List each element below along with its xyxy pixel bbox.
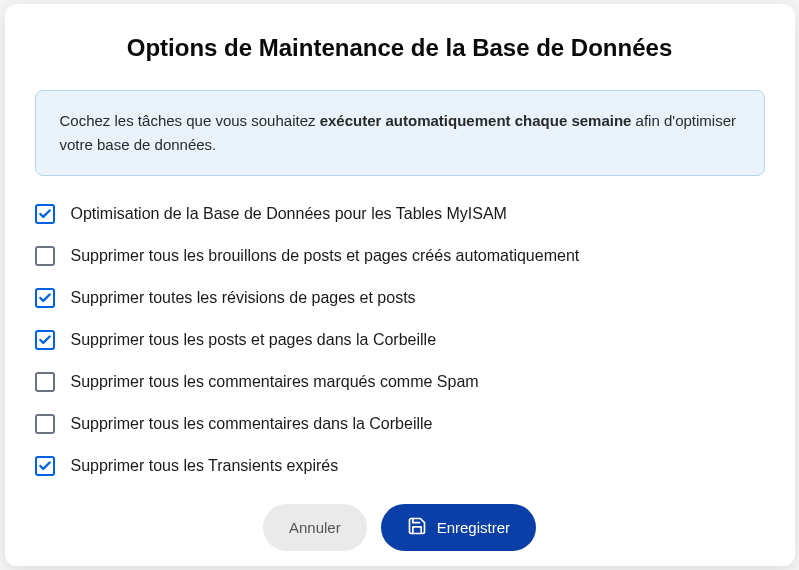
- option-row: Supprimer tous les commentaires dans la …: [35, 414, 765, 434]
- info-prefix: Cochez les tâches que vous souhaitez: [60, 112, 320, 129]
- option-label[interactable]: Supprimer toutes les révisions de pages …: [71, 289, 416, 307]
- option-row: Supprimer tous les Transients expirés: [35, 456, 765, 476]
- checkbox-option-5[interactable]: [35, 414, 55, 434]
- option-row: Supprimer tous les commentaires marqués …: [35, 372, 765, 392]
- checkbox-option-4[interactable]: [35, 372, 55, 392]
- option-label[interactable]: Optimisation de la Base de Données pour …: [71, 205, 507, 223]
- info-box: Cochez les tâches que vous souhaitez exé…: [35, 90, 765, 176]
- checkbox-option-3[interactable]: [35, 330, 55, 350]
- checkbox-option-1[interactable]: [35, 246, 55, 266]
- checkbox-option-6[interactable]: [35, 456, 55, 476]
- option-label[interactable]: Supprimer tous les posts et pages dans l…: [71, 331, 437, 349]
- save-label: Enregistrer: [437, 519, 510, 536]
- option-row: Supprimer toutes les révisions de pages …: [35, 288, 765, 308]
- option-row: Supprimer tous les brouillons de posts e…: [35, 246, 765, 266]
- info-bold: exécuter automatiquement chaque semaine: [320, 112, 632, 129]
- buttons-row: Annuler Enregistrer: [35, 504, 765, 551]
- cancel-label: Annuler: [289, 519, 341, 536]
- maintenance-modal: Options de Maintenance de la Base de Don…: [5, 4, 795, 566]
- checkbox-option-2[interactable]: [35, 288, 55, 308]
- save-button[interactable]: Enregistrer: [381, 504, 536, 551]
- option-label[interactable]: Supprimer tous les commentaires marqués …: [71, 373, 479, 391]
- cancel-button[interactable]: Annuler: [263, 504, 367, 551]
- checkbox-option-0[interactable]: [35, 204, 55, 224]
- option-label[interactable]: Supprimer tous les commentaires dans la …: [71, 415, 433, 433]
- page-title: Options de Maintenance de la Base de Don…: [35, 34, 765, 62]
- option-row: Supprimer tous les posts et pages dans l…: [35, 330, 765, 350]
- option-label[interactable]: Supprimer tous les Transients expirés: [71, 457, 339, 475]
- option-row: Optimisation de la Base de Données pour …: [35, 204, 765, 224]
- option-label[interactable]: Supprimer tous les brouillons de posts e…: [71, 247, 580, 265]
- save-icon: [407, 516, 427, 539]
- options-list: Optimisation de la Base de Données pour …: [35, 204, 765, 476]
